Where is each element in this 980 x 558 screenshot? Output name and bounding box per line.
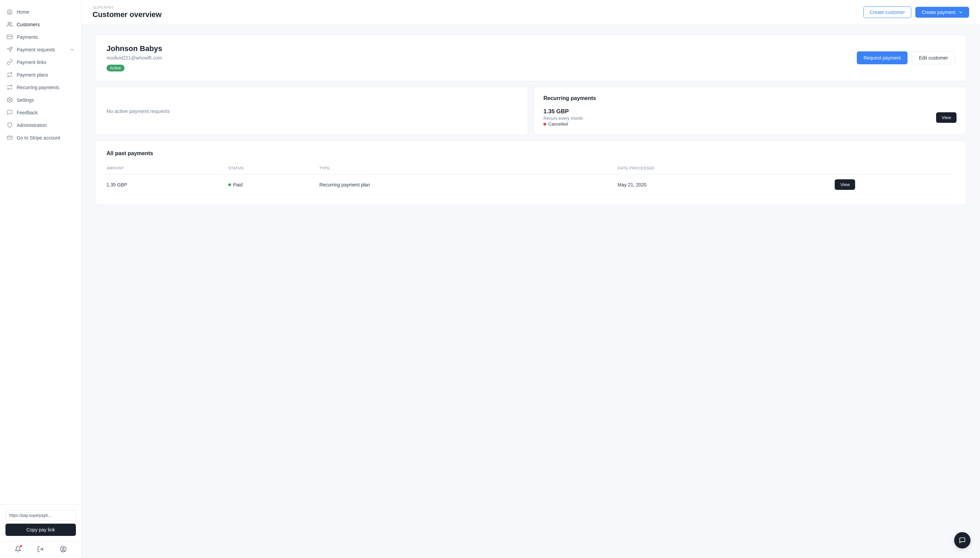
create-payment-label: Create payment [921, 10, 955, 15]
sidebar-item-stripe-account[interactable]: Go to Stripe account [0, 131, 81, 144]
chevron-down-icon [70, 47, 74, 52]
row-date: May 21, 2020 [617, 174, 835, 195]
edit-customer-button[interactable]: Edit customer [912, 51, 955, 64]
sidebar-item-recurring-payments[interactable]: Recurring payments [0, 81, 81, 94]
status-badge: Active [107, 65, 125, 71]
sidebar-nav: Home Customers Payments Payment requests… [0, 0, 81, 504]
svg-point-9 [60, 547, 66, 552]
sidebar-item-customers-label: Customers [17, 22, 40, 27]
recurring-amount: 1.35 GBP [543, 108, 583, 115]
sidebar-item-home[interactable]: Home [0, 5, 81, 18]
sidebar-item-payment-links[interactable]: Payment links [0, 56, 81, 68]
logout-icon [37, 546, 44, 553]
sidebar-item-customers[interactable]: Customers [0, 18, 81, 31]
no-requests-text: No active payment requests [107, 108, 170, 114]
svg-point-5 [9, 99, 10, 100]
col-amount: AMOUNT [107, 163, 228, 174]
chevron-down-icon [958, 10, 963, 15]
sidebar-item-recurring-payments-label: Recurring payments [17, 85, 59, 90]
customer-actions: Request payment Edit customer [857, 51, 955, 64]
sidebar-item-settings[interactable]: Settings [0, 94, 81, 106]
sidebar-footer [0, 541, 81, 558]
page-header: SUPERPAY Customer overview Create custom… [82, 0, 980, 25]
recurring-status-text: Cancelled [548, 121, 568, 126]
page-title: Customer overview [92, 10, 162, 19]
main-content: SUPERPAY Customer overview Create custom… [82, 0, 980, 558]
sidebar: Home Customers Payments Payment requests… [0, 0, 82, 558]
administration-icon [7, 122, 13, 128]
create-payment-button[interactable]: Create payment [915, 7, 969, 18]
sidebar-item-payment-plans-label: Payment plans [17, 72, 48, 77]
sidebar-bottom: Copy pay link [0, 504, 81, 541]
sidebar-item-payment-requests-label: Payment requests [17, 47, 55, 53]
payment-requests-panel: No active payment requests [95, 87, 528, 135]
sidebar-item-payments-label: Payments [17, 34, 38, 40]
svg-rect-6 [7, 136, 12, 140]
payment-view-button[interactable]: View [835, 179, 855, 190]
recurring-panel-title: Recurring payments [543, 95, 596, 102]
sidebar-item-feedback[interactable]: Feedback [0, 106, 81, 119]
row-action: View [835, 174, 955, 195]
pay-link-input[interactable] [5, 510, 76, 521]
sidebar-item-stripe-label: Go to Stripe account [17, 135, 60, 141]
notification-badge [20, 544, 23, 548]
user-circle-icon [60, 546, 67, 553]
recurring-payments-icon [7, 84, 13, 90]
table-header-row: AMOUNT STATUS TYPE DATE PROCESSED [107, 163, 955, 174]
svg-point-0 [8, 22, 10, 24]
recurring-status: Cancelled [543, 121, 583, 126]
past-payments-title: All past payments [107, 150, 955, 156]
recurring-frequency: Recurs every month [543, 116, 583, 121]
stripe-icon [7, 135, 13, 141]
brand-label: SUPERPAY [92, 5, 162, 10]
status-text: Paid [233, 182, 243, 187]
customers-icon [7, 21, 13, 27]
table-row: 1.35 GBP Paid Recurring payment plan May… [107, 174, 955, 195]
profile-icon-wrap[interactable] [60, 546, 67, 554]
settings-icon [7, 97, 13, 103]
middle-row: No active payment requests Recurring pay… [95, 87, 966, 135]
sidebar-item-administration[interactable]: Administration [0, 119, 81, 131]
col-status: STATUS [228, 163, 320, 174]
logout-icon-wrap[interactable] [37, 546, 44, 554]
paid-dot [228, 184, 231, 186]
payment-plans-icon [7, 72, 13, 77]
sidebar-item-payment-links-label: Payment links [17, 59, 46, 65]
payment-requests-icon [7, 47, 13, 53]
copy-link-button[interactable]: Copy pay link [5, 524, 76, 536]
payments-icon [7, 34, 13, 40]
payment-links-icon [7, 59, 13, 65]
notifications-icon-wrap[interactable] [15, 546, 21, 554]
sidebar-item-administration-label: Administration [17, 123, 47, 128]
row-type: Recurring payment plan [320, 174, 618, 195]
create-customer-button[interactable]: Create customer [863, 7, 911, 18]
recurring-item: 1.35 GBP Recurs every month Cancelled Vi… [543, 108, 957, 126]
col-action [835, 163, 955, 174]
row-amount: 1.35 GBP [107, 174, 228, 195]
header-left: SUPERPAY Customer overview [92, 5, 162, 19]
payments-table: AMOUNT STATUS TYPE DATE PROCESSED 1.35 G… [107, 163, 955, 195]
sidebar-item-payment-plans[interactable]: Payment plans [0, 68, 81, 81]
recurring-payments-panel: Recurring payments 1.35 GBP Recurs every… [534, 87, 966, 135]
svg-rect-1 [7, 35, 13, 39]
sidebar-item-payment-requests[interactable]: Payment requests [0, 43, 81, 56]
customer-email: modivid221@whowlft.com [107, 55, 163, 61]
feedback-icon [7, 110, 13, 115]
sidebar-item-settings-label: Settings [17, 97, 34, 103]
page-content: Johnson Babys modivid221@whowlft.com Act… [82, 25, 980, 214]
recurring-details: 1.35 GBP Recurs every month Cancelled [543, 108, 583, 126]
table-body: 1.35 GBP Paid Recurring payment plan May… [107, 174, 955, 195]
sidebar-item-home-label: Home [17, 9, 29, 15]
customer-name: Johnson Babys [107, 44, 163, 53]
col-type: TYPE [320, 163, 618, 174]
col-date: DATE PROCESSED [617, 163, 835, 174]
customer-info: Johnson Babys modivid221@whowlft.com Act… [107, 44, 163, 71]
recurring-view-button[interactable]: View [936, 112, 957, 123]
chat-button[interactable] [954, 532, 970, 548]
request-payment-button[interactable]: Request payment [857, 51, 908, 64]
svg-point-10 [62, 548, 64, 550]
sidebar-item-payments[interactable]: Payments [0, 31, 81, 43]
home-icon [7, 9, 13, 15]
sidebar-item-feedback-label: Feedback [17, 110, 38, 115]
header-actions: Create customer Create payment [863, 7, 969, 18]
